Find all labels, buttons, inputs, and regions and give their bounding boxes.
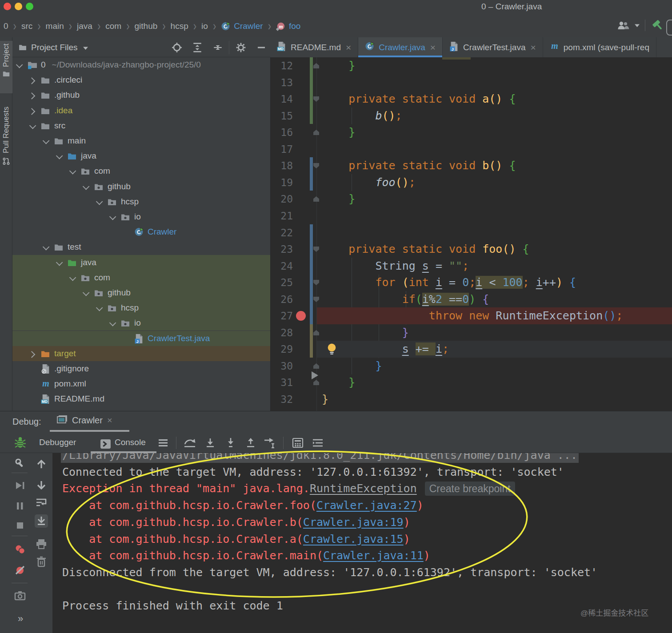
close-icon[interactable]: × [530,42,536,53]
build-hammer-icon[interactable] [651,19,664,32]
chevron-down-icon[interactable] [43,245,54,250]
evaluate-expression-icon[interactable] [291,436,304,450]
fold-down-icon[interactable] [313,247,319,252]
tree-item-hcsp[interactable]: hcsp [12,300,270,315]
chevron-down-icon[interactable] [96,199,108,204]
menu-icon[interactable] [156,436,170,450]
camera-icon[interactable] [13,589,27,602]
tree-item-README.md[interactable]: MDREADME.md [12,391,270,406]
tool-window-button-project[interactable]: Project [0,41,12,93]
minimize-button[interactable] [15,3,22,10]
code-editor[interactable]: 12 }1314 private static void a() {15 b()… [270,57,672,411]
breadcrumb-item-src[interactable]: src [21,21,32,31]
layout-settings-icon[interactable] [311,436,324,450]
breadcrumb-item-hcsp[interactable]: hcsp [171,21,188,31]
chevron-down-icon[interactable] [109,321,121,326]
chevron-right-icon[interactable] [29,351,41,356]
chevron-down-icon[interactable] [109,215,121,219]
print-icon[interactable] [35,537,48,551]
breadcrumb-item-java[interactable]: java [77,21,92,31]
tree-item-.github[interactable]: .github [12,88,270,103]
mute-breakpoints-icon[interactable] [13,563,27,577]
chevron-down-icon[interactable] [69,275,81,280]
console-text[interactable]: RuntimeException [310,482,417,495]
chevron-down-icon[interactable] [635,24,640,27]
tree-item-java[interactable]: java [12,255,270,270]
wrench-icon[interactable] [13,457,27,470]
console-output[interactable]: /Library/Java/JavaVirtualMachines/jdk1.8… [52,453,672,633]
tab-CrawlerTest.java[interactable]: JCrawlerTest.java× [443,37,543,57]
console-icon[interactable] [99,437,112,450]
chevron-down-icon[interactable] [96,306,108,311]
fold-up-icon[interactable] [313,380,319,385]
chevron-down-icon[interactable] [29,123,41,128]
fold-down-icon[interactable] [313,297,319,302]
tree-item-hcsp[interactable]: hcsp [12,194,270,209]
console-stack-link[interactable]: Crawler.java:11 [323,549,424,562]
chevron-right-icon[interactable] [29,93,41,98]
tree-item-.gitignore[interactable]: .gitignore [12,361,270,376]
tree-item-main[interactable]: main [12,133,270,148]
tree-item-target[interactable]: target [12,346,270,361]
breadcrumb-item-com[interactable]: com [105,21,121,31]
step-into-icon[interactable] [204,436,217,450]
tree-item-com[interactable]: com [12,163,270,179]
console-stack-link[interactable]: Crawler.java:27 [316,499,417,512]
tree-item-CrawlerTest.java[interactable]: JCrawlerTest.java [12,331,270,346]
tree-item-.idea[interactable]: .idea [12,103,270,118]
breakpoint-icon[interactable] [296,311,306,321]
close-icon[interactable]: × [346,42,351,53]
tab-pom.xml (save-pull-req[interactable]: mpom.xml (save-pull-req [543,37,656,57]
locate-icon[interactable] [171,41,183,54]
tree-item-Crawler[interactable]: CCrawler [12,224,270,239]
step-out-icon[interactable] [244,436,257,450]
tree-item-github[interactable]: github [12,179,270,194]
tree-item-io[interactable]: io [12,315,270,330]
breadcrumb-item-Crawler[interactable]: CCrawler [221,21,263,31]
up-stack-icon[interactable] [35,458,48,471]
fold-down-icon[interactable] [313,280,319,285]
users-icon[interactable] [617,21,629,30]
pause-icon[interactable] [13,499,27,513]
fold-up-icon[interactable] [313,363,319,369]
tree-item-.circleci[interactable]: .circleci [12,72,270,88]
more-icon[interactable]: » [13,612,27,625]
close-button[interactable] [4,3,11,10]
chevron-down-icon[interactable] [56,260,68,265]
tree-item-src[interactable]: src [12,118,270,133]
breadcrumb-item-0[interactable]: 0 [4,21,8,31]
step-over-icon[interactable] [183,436,196,450]
console-stack-link[interactable]: Crawler.java:19 [303,516,404,529]
tree-item-github[interactable]: github [12,285,270,300]
tree-item-java[interactable]: java [12,148,270,163]
fold-down-icon[interactable] [313,163,319,168]
collapse-all-icon[interactable] [212,41,224,54]
chevron-down-icon[interactable] [56,154,68,159]
tab-console[interactable]: Console [115,438,146,447]
resume-icon[interactable] [13,479,27,492]
settings-gear-icon[interactable] [235,41,247,54]
tree-item-io[interactable]: io [12,209,270,224]
scroll-to-end-icon[interactable] [35,514,48,528]
run-to-cursor-icon[interactable] [263,436,276,450]
tree-item-0[interactable]: 0~/Downloads/java-zhangbo-project/25/0 [12,57,270,72]
chevron-right-icon[interactable] [29,108,41,113]
view-breakpoints-icon[interactable] [13,543,27,556]
tree-item-pom.xml[interactable]: mpom.xml [12,376,270,391]
fold-down-icon[interactable] [313,96,319,102]
expand-all-icon[interactable] [191,41,204,54]
tool-window-button-pull-requests[interactable]: Pull Requests [0,104,12,200]
breadcrumb-item-main[interactable]: main [46,21,64,31]
debug-session-tab[interactable]: Crawler × [57,415,112,426]
breadcrumb-item-github[interactable]: github [135,21,158,31]
fold-up-icon[interactable] [313,130,319,135]
soft-wrap-icon[interactable] [35,496,48,510]
fold-up-icon[interactable] [313,196,319,202]
chevron-down-icon[interactable] [16,63,28,68]
close-icon[interactable]: × [107,415,112,426]
tab-Crawler.java[interactable]: CCrawler.java× [358,37,443,57]
tab-README.md[interactable]: MDREADME.md× [270,37,358,57]
close-icon[interactable]: × [430,42,436,53]
clear-icon[interactable] [35,555,48,569]
chevron-down-icon[interactable] [83,291,94,295]
